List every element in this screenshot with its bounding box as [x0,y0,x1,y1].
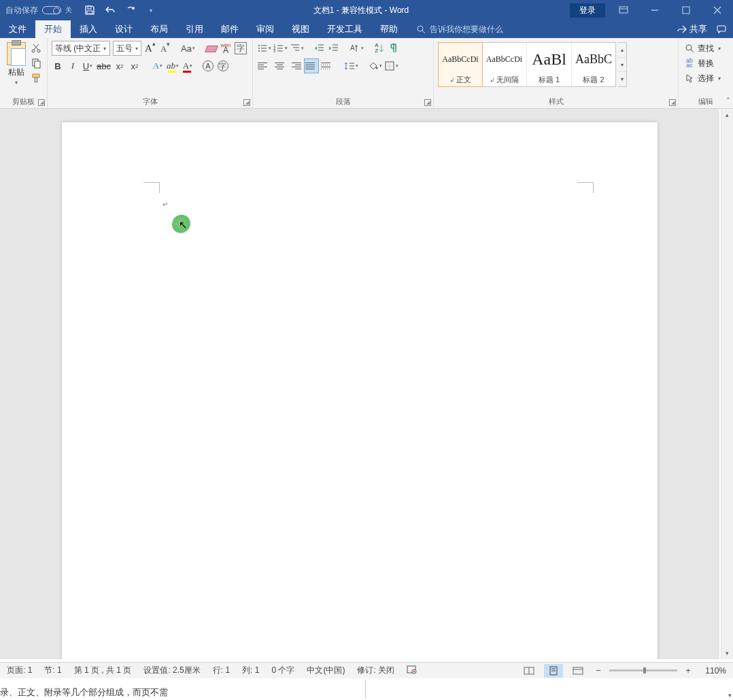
text-effects-button[interactable]: A▾ [152,58,164,73]
page[interactable]: ↵ ↖ [62,122,658,659]
maximize-icon[interactable] [670,0,702,20]
zoom-level[interactable]: 110% [699,666,726,676]
decrease-indent-button[interactable] [313,41,326,56]
tab-layout[interactable]: 布局 [141,20,177,38]
share-button[interactable]: 共享 [677,23,707,35]
autosave-toggle[interactable]: 自动保存 关 [0,5,78,16]
panel-scroll-down-icon[interactable]: ▾ [728,692,732,699]
vertical-scrollbar[interactable]: ▴ ▾ [721,109,733,659]
replace-button[interactable]: abac 替换 [684,56,728,71]
styles-gallery[interactable]: AaBbCcDi↲正文AaBbCcDi↲无间隔AaBl标题 1AaBbC标题 2 [438,42,616,87]
login-button[interactable]: 登录 [570,3,605,18]
tab-references[interactable]: 引用 [177,20,212,38]
tab-design[interactable]: 设计 [106,20,141,38]
tab-help[interactable]: 帮助 [371,20,407,38]
align-left-button[interactable] [257,58,271,73]
character-shading-button[interactable]: A [202,58,214,73]
undo-icon[interactable] [105,5,116,16]
font-size-combo[interactable]: 五号▾ [113,41,141,56]
gallery-more-icon[interactable]: ▾ [617,72,626,86]
comments-icon[interactable] [717,24,726,34]
paste-dropdown-icon[interactable]: ▾ [15,80,18,86]
scroll-down-icon[interactable]: ▾ [721,647,733,659]
font-name-combo[interactable]: 等线 (中文正▾ [52,41,110,56]
shading-button[interactable]: ▾ [368,58,382,73]
status-column[interactable]: 列: 1 [242,665,259,676]
bold-button[interactable]: B [52,58,64,73]
gallery-up-icon[interactable]: ▴ [617,43,626,58]
line-spacing-button[interactable]: ▾ [344,58,358,73]
italic-button[interactable]: I [67,58,79,73]
align-center-button[interactable] [273,58,286,73]
scroll-up-icon[interactable]: ▴ [721,109,733,121]
align-distribute-button[interactable] [321,58,333,73]
underline-button[interactable]: U▾ [82,58,94,73]
show-marks-button[interactable] [388,41,400,56]
close-icon[interactable] [702,0,733,20]
status-track[interactable]: 修订: 关闭 [357,665,394,676]
web-layout-button[interactable] [568,664,587,678]
autosave-switch-icon[interactable] [42,6,61,14]
select-button[interactable]: 选择▾ [684,71,728,86]
collapse-ribbon-icon[interactable]: ˄ [726,97,730,105]
status-words[interactable]: 0 个字 [271,665,294,676]
copy-icon[interactable] [30,57,42,69]
panel-divider[interactable] [365,680,366,699]
styles-dialog-launcher-icon[interactable]: ◢ [669,99,676,106]
style-card[interactable]: AaBl标题 1 [527,43,572,86]
font-color-button[interactable]: A▾ [182,58,194,73]
align-justify-button[interactable] [304,58,319,73]
tab-insert[interactable]: 插入 [71,20,106,38]
ribbon-display-icon[interactable] [608,0,639,20]
style-card[interactable]: AaBbCcDi↲无间隔 [482,43,527,86]
chevron-down-icon[interactable]: ▾ [135,46,138,52]
macro-record-icon[interactable] [407,665,417,676]
find-button[interactable]: 查找▾ [684,41,728,56]
status-line[interactable]: 行: 1 [213,665,230,676]
tell-me-search[interactable]: 告诉我你想要做什么 [416,24,503,35]
paste-button[interactable]: 粘贴 ▾ [4,41,29,86]
status-page[interactable]: 页面: 1 [7,665,32,676]
status-position[interactable]: 设置值: 2.5厘米 [143,665,200,676]
style-card[interactable]: AaBbC标题 2 [572,43,615,86]
strikethrough-button[interactable]: abc [97,58,111,73]
tab-developer[interactable]: 开发工具 [318,20,371,38]
read-mode-button[interactable] [519,664,539,678]
status-language[interactable]: 中文(中国) [307,665,345,676]
phonetic-guide-button[interactable]: wén A [220,41,232,56]
save-icon[interactable] [84,5,95,16]
superscript-button[interactable]: x2 [129,58,141,73]
asian-layout-button[interactable]: A▾ [350,41,364,56]
status-page-of[interactable]: 第 1 页 , 共 1 页 [74,665,132,676]
increase-indent-button[interactable] [328,41,340,56]
enclose-characters-button[interactable]: 字 [217,58,229,73]
tab-view[interactable]: 视图 [283,20,318,38]
clear-formatting-button[interactable] [205,41,217,56]
shrink-font-button[interactable]: A▾ [159,41,171,56]
font-dialog-launcher-icon[interactable]: ◢ [243,99,250,106]
zoom-out-button[interactable]: − [593,665,604,676]
paragraph-dialog-launcher-icon[interactable]: ◢ [424,99,431,106]
bullets-button[interactable]: ▾ [257,41,271,56]
sort-button[interactable]: AZ [373,41,386,56]
format-painter-icon[interactable] [30,72,42,84]
borders-button[interactable]: ▾ [384,58,398,73]
zoom-slider[interactable] [609,669,677,671]
redo-icon[interactable] [125,5,136,16]
chevron-down-icon[interactable]: ▾ [103,46,106,52]
tab-home[interactable]: 开始 [35,20,71,38]
align-right-button[interactable] [288,58,302,73]
style-card[interactable]: AaBbCcDi↲正文 [438,42,483,87]
document-area[interactable]: ↵ ↖ [0,109,719,659]
gallery-down-icon[interactable]: ▾ [617,58,626,73]
zoom-in-button[interactable]: + [683,665,694,676]
minimize-icon[interactable] [639,0,670,20]
cut-icon[interactable] [30,42,42,54]
status-section[interactable]: 节: 1 [44,665,61,676]
tab-review[interactable]: 审阅 [248,20,283,38]
character-border-button[interactable]: 字 [235,41,247,56]
clipboard-dialog-launcher-icon[interactable]: ◢ [38,99,45,106]
print-layout-button[interactable] [544,664,563,678]
tab-file[interactable]: 文件 [0,20,35,38]
change-case-button[interactable]: Aa▾ [181,41,195,56]
